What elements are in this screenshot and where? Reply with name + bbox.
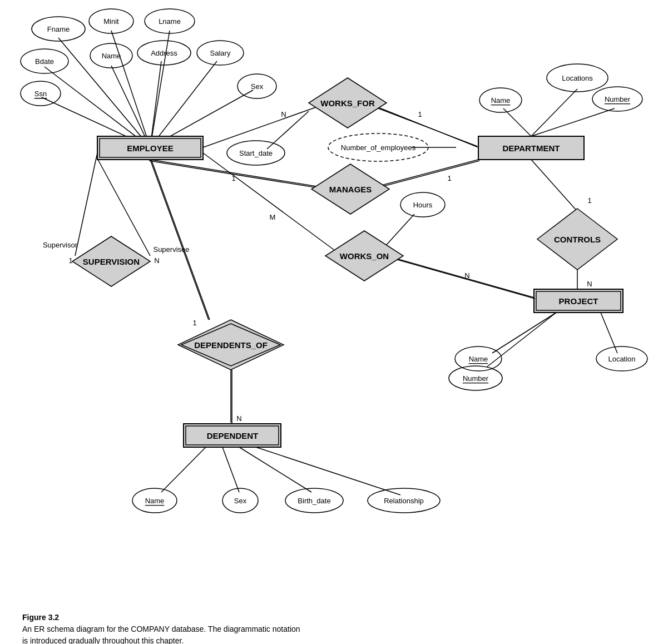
- supervision-1-label: 1: [68, 256, 72, 265]
- works-on-n-label: N: [464, 271, 469, 280]
- employee-entity-label: EMPLOYEE: [127, 143, 173, 153]
- name-proj-attr: Name: [469, 355, 488, 363]
- svg-line-37: [367, 160, 478, 189]
- works-for-1-label: 1: [418, 110, 422, 118]
- svg-line-57: [75, 153, 97, 256]
- supervision-rel-label: SUPERVISION: [83, 257, 140, 266]
- svg-line-46: [487, 313, 556, 367]
- svg-line-69: [222, 447, 239, 492]
- controls-n-label: N: [587, 280, 592, 288]
- svg-line-25: [531, 89, 577, 136]
- relationship-attr: Relationship: [384, 497, 424, 505]
- svg-line-68: [161, 447, 206, 492]
- minit-attr: Minit: [103, 17, 119, 26]
- svg-line-2: [150, 31, 170, 147]
- location-proj-attr: Location: [608, 355, 635, 363]
- address-attr: Address: [151, 49, 177, 57]
- caption-text2: is introduced gradually throughout this …: [22, 636, 184, 644]
- birth-date-attr: Birth_date: [298, 497, 330, 505]
- start-date-attr: Start_date: [239, 149, 273, 157]
- controls-1-label: 1: [587, 196, 591, 205]
- works-on-rel-label: WORKS_ON: [340, 251, 389, 261]
- svg-line-26: [503, 108, 531, 136]
- bdate-attr: Bdate: [35, 57, 54, 66]
- manages-1-right-label: 1: [447, 174, 451, 182]
- controls-rel-label: CONTROLS: [554, 235, 601, 244]
- svg-line-52: [387, 256, 534, 298]
- works-for-rel-label: WORKS_FOR: [320, 98, 375, 108]
- project-entity-label: PROJECT: [559, 296, 598, 306]
- figure-title: Figure 3.2: [22, 613, 59, 622]
- svg-line-45: [492, 313, 556, 353]
- caption-text1: An ER schema diagram for the COMPANY dat…: [22, 625, 300, 633]
- dependents-of-n-label: N: [236, 414, 241, 423]
- svg-line-51: [203, 153, 342, 256]
- dependents-of-rel-label: DEPENDENTS_OF: [194, 340, 268, 350]
- lname-attr: Lname: [159, 17, 181, 26]
- figure-caption: Figure 3.2 An ER schema diagram for the …: [11, 606, 345, 644]
- salary-attr: Salary: [210, 49, 231, 57]
- dependent-entity-label: DEPENDENT: [207, 431, 259, 440]
- svg-line-5: [150, 61, 161, 147]
- svg-line-1: [111, 31, 150, 147]
- svg-line-27: [531, 108, 615, 136]
- number-proj-attr: Number: [463, 374, 489, 383]
- department-entity-label: DEPARTMENT: [502, 143, 560, 153]
- name-dept-attr: Name: [491, 96, 511, 105]
- svg-line-53: [388, 257, 535, 299]
- svg-line-4: [111, 66, 150, 147]
- svg-line-22: [368, 105, 477, 146]
- sex-dep-attr: Sex: [234, 497, 247, 505]
- locations-attr: Locations: [562, 74, 593, 82]
- sex-emp-attr: Sex: [251, 82, 264, 91]
- works-on-m-label: M: [270, 213, 276, 221]
- svg-line-61: [151, 160, 210, 320]
- name-dep-attr: Name: [145, 497, 165, 505]
- svg-line-60: [150, 160, 209, 320]
- svg-line-3: [44, 67, 150, 147]
- supervision-n-label: N: [154, 256, 159, 265]
- svg-line-40: [531, 160, 577, 211]
- svg-line-20: [203, 103, 328, 147]
- svg-line-55: [387, 214, 414, 245]
- ssn-attr: Ssn: [34, 90, 47, 98]
- dependents-of-1-label: 1: [192, 319, 196, 327]
- hours-attr: Hours: [413, 201, 433, 209]
- name-emp-attr: Name: [102, 52, 121, 60]
- manages-rel-label: MANAGES: [329, 185, 372, 194]
- svg-line-6: [150, 61, 217, 147]
- number-dept-attr: Number: [605, 95, 631, 103]
- fname-attr: Fname: [47, 25, 70, 33]
- num-employees-attr: Number_of_employees: [341, 143, 416, 152]
- svg-line-36: [149, 161, 333, 190]
- works-for-n-label: N: [281, 110, 286, 118]
- er-diagram: .entity-rect { fill: #d0d0d0; stroke: #0…: [0, 0, 668, 606]
- supervisor-label: Supervisor: [43, 241, 78, 249]
